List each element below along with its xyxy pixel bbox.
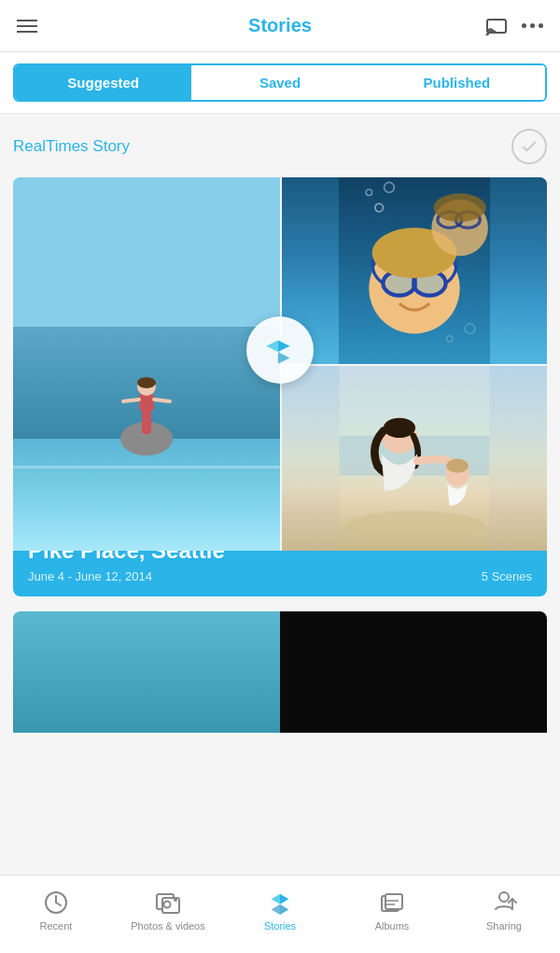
svg-marker-44 bbox=[272, 894, 280, 904]
tab-suggested[interactable]: Suggested bbox=[15, 65, 191, 100]
tabs-container: Suggested Saved Published bbox=[0, 52, 560, 114]
svg-rect-47 bbox=[385, 894, 402, 909]
nav-item-photos[interactable]: Photos & videos bbox=[112, 890, 224, 932]
svg-point-31 bbox=[446, 459, 469, 473]
photos-icon bbox=[155, 890, 181, 916]
story-meta: June 4 - June 12, 2014 5 Scenes bbox=[28, 569, 532, 583]
svg-point-41 bbox=[174, 898, 177, 902]
story-images bbox=[13, 177, 547, 523]
section-title: RealTimes Story bbox=[13, 137, 130, 156]
svg-line-5 bbox=[123, 399, 139, 401]
svg-marker-33 bbox=[278, 341, 290, 353]
story-scenes: 5 Scenes bbox=[482, 569, 532, 583]
main-content: RealTimes Story bbox=[0, 114, 560, 733]
svg-marker-45 bbox=[272, 904, 280, 915]
header-right-controls bbox=[484, 17, 543, 35]
nav-item-sharing[interactable]: Sharing bbox=[448, 890, 560, 932]
svg-point-50 bbox=[499, 892, 509, 902]
nav-label-sharing: Sharing bbox=[486, 920, 522, 932]
cast-icon[interactable] bbox=[484, 17, 509, 35]
svg-marker-34 bbox=[278, 352, 290, 364]
svg-point-8 bbox=[137, 377, 156, 388]
nav-label-albums: Albums bbox=[375, 920, 410, 932]
svg-point-32 bbox=[344, 511, 484, 540]
svg-rect-4 bbox=[139, 394, 154, 411]
stories-icon bbox=[267, 890, 293, 916]
sharing-icon bbox=[491, 890, 517, 916]
svg-rect-36 bbox=[13, 613, 280, 733]
image-girl-ocean bbox=[13, 177, 280, 551]
svg-marker-35 bbox=[266, 341, 278, 353]
image-kids-swimming bbox=[280, 177, 547, 364]
albums-icon bbox=[379, 890, 405, 916]
section-header: RealTimes Story bbox=[13, 129, 547, 164]
clock-icon bbox=[43, 890, 69, 916]
second-story-preview[interactable] bbox=[13, 611, 547, 733]
image-beach-family bbox=[280, 364, 547, 551]
tab-saved[interactable]: Saved bbox=[191, 65, 368, 100]
svg-line-6 bbox=[154, 399, 170, 401]
more-options-icon[interactable] bbox=[522, 23, 543, 28]
header-title: Stories bbox=[248, 15, 312, 36]
nav-item-recent[interactable]: Recent bbox=[0, 890, 112, 932]
nav-item-albums[interactable]: Albums bbox=[336, 890, 448, 932]
story-date: June 4 - June 12, 2014 bbox=[28, 569, 152, 583]
bottom-navigation: Recent Photos & videos Stories bbox=[0, 875, 560, 953]
nav-label-recent: Recent bbox=[40, 920, 73, 932]
preview-image-left bbox=[13, 611, 280, 733]
preview-image-right bbox=[280, 611, 547, 733]
check-circle-button[interactable] bbox=[511, 129, 547, 164]
app-header: Stories bbox=[0, 0, 560, 52]
header-left-controls bbox=[17, 20, 37, 33]
play-button[interactable] bbox=[246, 316, 314, 384]
svg-point-20 bbox=[434, 193, 486, 221]
tab-published[interactable]: Published bbox=[369, 65, 545, 100]
menu-icon[interactable] bbox=[17, 20, 37, 33]
nav-label-stories: Stories bbox=[264, 920, 296, 932]
story-card: Pike Place, Seattle June 4 - June 12, 20… bbox=[13, 177, 547, 596]
nav-item-stories[interactable]: Stories bbox=[224, 890, 336, 932]
svg-marker-42 bbox=[280, 894, 288, 904]
nav-label-photos: Photos & videos bbox=[131, 920, 205, 932]
svg-marker-43 bbox=[280, 904, 288, 915]
tabs: Suggested Saved Published bbox=[13, 63, 547, 102]
